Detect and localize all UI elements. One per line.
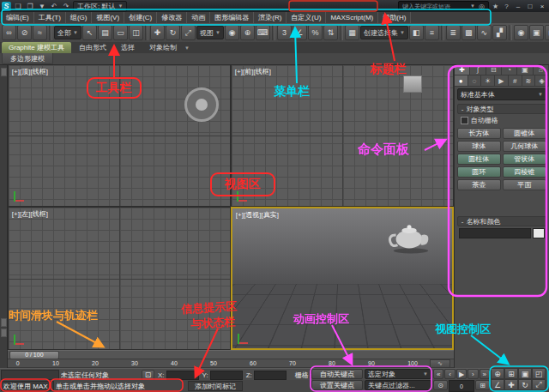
viewport-left-label[interactable]: [+][左][线框] [12,209,48,219]
lock-selection-icon[interactable]: ⊡ [142,370,154,381]
next-frame-button[interactable]: › [468,369,478,379]
use-pivot-point-center-icon[interactable]: ◉ [225,25,239,40]
mirror-icon[interactable]: ◧ [409,25,424,40]
menu-rendering[interactable]: 渲染(R) [254,12,287,23]
select-and-scale-icon[interactable]: ⤢ [181,25,196,40]
maxscript-mini-listener[interactable] [1,370,59,380]
zoom-extents-all-icon[interactable]: ◰ [532,368,546,379]
field-of-view-icon[interactable]: ∠ [491,379,504,390]
viewport-layout-tab-icon[interactable] [1,68,7,76]
menu-modifiers[interactable]: 修改器 [157,12,187,23]
align-icon[interactable]: ≡ [425,25,439,40]
named-selection-sets-dropdown[interactable]: 创建选择集 ▼ [360,26,408,39]
viewport-top-label[interactable]: [+][顶][线框] [12,67,48,76]
menu-maxscript[interactable]: MAXScript(M) [326,12,378,23]
zoom-icon[interactable]: ⊕ [491,368,504,379]
rendered-frame-window-icon[interactable]: ▢ [545,25,549,40]
systems-icon[interactable]: ◈ [535,75,549,86]
select-and-manipulate-icon[interactable]: ⊕ [240,25,255,40]
menu-customize[interactable]: 自定义(U) [287,12,326,23]
menu-tools[interactable]: 工具(T) [34,12,66,23]
pyramid-button[interactable]: 四棱锥 [503,166,546,178]
tab-utilities[interactable]: ⌂ [534,64,549,75]
track-bar[interactable]: 0 10 20 30 40 50 60 70 80 90 100 ∿ [8,359,454,368]
key-filters-button[interactable]: 关键点过滤器... [365,380,431,390]
save-file-icon[interactable]: ▼ [37,2,47,11]
time-configuration-button[interactable]: ⊞ [475,380,490,390]
viewport-front-label[interactable]: [+][前][线框] [235,67,271,76]
previous-frame-button[interactable]: ‹ [444,369,455,379]
tube-button[interactable]: 管状体 [503,154,546,165]
box-button[interactable]: 长方体 [457,128,501,139]
tab-hierarchy[interactable]: ⊟ [486,64,502,75]
window-crossing-icon[interactable]: ◫ [129,25,143,40]
object-name-field[interactable] [459,228,531,238]
ribbon-collapse-icon[interactable]: ▼ [184,45,190,51]
auto-key-button[interactable]: 自动关键点 [311,369,363,379]
undo-icon[interactable]: ↶ [49,2,59,11]
graphite-toggle-icon[interactable]: ▩ [462,25,476,40]
mini-curve-editor-icon[interactable]: ∿ [430,359,450,368]
plane-button[interactable]: 平面 [503,179,546,190]
cameras-icon[interactable]: ▶ [495,75,509,86]
select-and-rotate-icon[interactable]: ↻ [166,25,180,40]
name-color-rollout[interactable]: - 名称和颜色 [457,216,546,226]
lights-icon[interactable]: ☀ [481,75,495,86]
helpers-icon[interactable]: # [509,75,522,86]
snaps-toggle-icon[interactable]: 3 [277,25,292,40]
torus-button[interactable]: 圆环 [457,166,501,178]
space-warps-icon[interactable]: ≋ [522,75,536,86]
go-to-start-button[interactable]: « [433,369,443,379]
dock-tool-icon[interactable] [1,318,7,327]
zoom-all-icon[interactable]: ⊞ [504,368,518,379]
angle-snap-icon[interactable]: ∠ [293,25,307,40]
geosphere-button[interactable]: 几何球体 [503,141,546,152]
cone-button[interactable]: 圆锥体 [503,128,546,139]
bind-to-space-warp-icon[interactable]: ≈ [33,25,47,40]
rectangular-selection-region-icon[interactable]: ▭ [113,25,128,40]
percent-snap-icon[interactable]: % [308,25,323,40]
favorites-star-icon[interactable]: ★ [491,3,500,10]
maximize-viewport-icon[interactable]: ⤢ [532,379,546,390]
reference-coordinate-dropdown[interactable]: 视图 ▼ [196,26,224,39]
go-to-end-button[interactable]: » [480,369,490,379]
search-scope-chevron-icon[interactable]: ▼ [470,3,475,9]
primitive-category-dropdown[interactable]: 标准基本体 ▼ [457,88,546,100]
window-minimize-button[interactable]: – [513,2,523,10]
add-time-tag-button[interactable]: 添加时间标记 [188,381,243,391]
selection-set-dropdown[interactable]: 选定对象 ▼ [365,369,431,379]
workspace-dropdown[interactable]: 工作区: 默认 ▼ [73,1,127,12]
new-scene-icon[interactable]: ❏ [13,2,23,11]
tab-modify[interactable]: ∫ [470,64,486,75]
key-mode-toggle[interactable]: ⊙ [433,380,448,390]
select-and-move-icon[interactable]: ✚ [150,25,165,40]
dock-tool-icon[interactable] [1,329,7,337]
y-coordinate-field[interactable] [210,371,243,380]
select-by-name-icon[interactable]: ▤ [98,25,112,40]
shapes-icon[interactable]: ◌ [468,75,482,86]
tab-graphite-modeling-tools[interactable]: Graphite 建模工具 [2,42,71,53]
maxscript-listener-line[interactable]: 欢迎使用 MAX [1,381,54,391]
z-coordinate-field[interactable] [254,371,287,380]
select-and-link-icon[interactable]: ∞ [2,25,16,40]
viewcube[interactable] [403,75,422,93]
curve-editor-icon[interactable]: ∿ [477,25,492,40]
spinner-snap-icon[interactable]: ⇅ [323,25,338,40]
teapot-button[interactable]: 茶壶 [457,179,501,190]
tab-create[interactable]: ✚ [455,64,470,75]
zoom-extents-icon[interactable]: ▣ [518,368,532,379]
viewcube[interactable] [184,87,219,122]
time-slider[interactable]: 0 / 100 [8,350,454,359]
window-close-button[interactable]: × [537,2,547,10]
viewport-perspective-label[interactable]: [+][透视][真实] [236,210,279,220]
redo-icon[interactable]: ↷ [61,2,71,11]
render-setup-icon[interactable]: ▣ [529,25,544,40]
tab-display[interactable]: ▣ [517,64,533,75]
tab-selection[interactable]: 选择 [114,42,142,53]
sphere-button[interactable]: 球体 [457,141,501,152]
search-icon[interactable]: ◎ [477,3,486,10]
menu-create[interactable]: 创建(C) [124,12,157,23]
menu-animation[interactable]: 动画 [187,12,210,23]
teapot-object[interactable] [385,215,435,255]
polygon-modeling-panel[interactable]: 多边形建模 [2,53,53,64]
